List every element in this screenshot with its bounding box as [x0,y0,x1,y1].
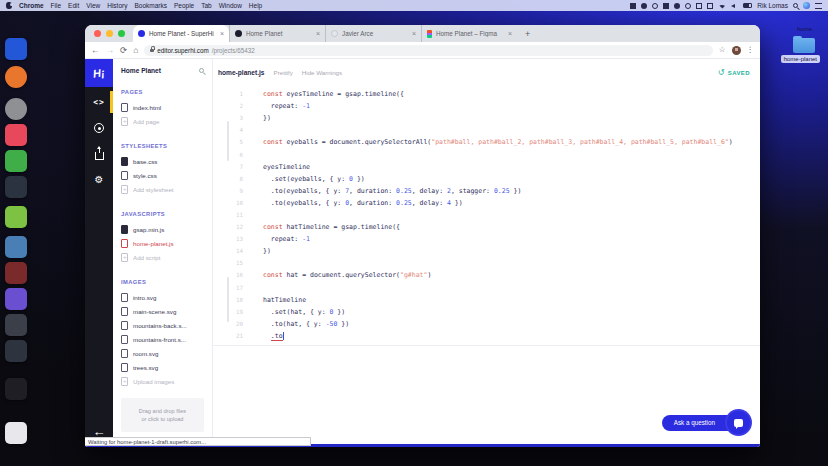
forward-button[interactable]: → [106,46,115,55]
code-line-5[interactable]: 5const eyeballs = document.querySelector… [213,136,760,148]
dock-icon-dark-app[interactable] [5,176,27,198]
file-item-index.html[interactable]: index.html [121,100,212,114]
clock-icon[interactable] [652,3,658,9]
back-button[interactable]: ← [91,46,100,55]
settings-tab[interactable]: ⚙ [85,169,113,191]
superhi-logo[interactable]: H¡ [85,59,113,87]
code-area[interactable]: 1const eyesTimeline = gsap.timeline({2 r… [213,88,760,342]
code-line-13[interactable]: 13 repeat: -1 [213,233,760,245]
code-line-4[interactable]: 4 [213,124,760,136]
minimize-window-button[interactable] [106,30,113,37]
dock-icon-letter-app[interactable] [5,378,27,400]
notification-center-icon[interactable] [815,3,822,9]
battery-icon[interactable] [743,3,752,8]
dock-icon-chat-app[interactable] [5,98,27,120]
tab-close-icon[interactable]: × [220,30,224,37]
code-line-14[interactable]: 14}) [213,245,760,257]
code-line-18[interactable]: 18hatTimeline [213,294,760,306]
desktop-folder-icon[interactable] [793,38,815,53]
code-line-8[interactable]: 8 .set(eyeballs, { y: 0 }) [213,173,760,185]
menu-people[interactable]: People [174,2,194,9]
code-line-15[interactable]: 15 [213,257,760,269]
code-view-tab[interactable]: <> [85,91,113,113]
code-line-3[interactable]: 3}) [213,112,760,124]
reload-button[interactable]: ⟳ [120,46,127,55]
menu-edit[interactable]: Edit [68,2,79,9]
camera-icon[interactable] [674,3,680,9]
menu-history[interactable]: History [107,2,127,9]
menu-chrome[interactable]: Chrome [19,2,44,9]
file-dropzone[interactable]: Drag and drop files or click to upload [121,398,204,432]
address-bar[interactable]: editor.superhi.com/projects/65432 [144,45,713,56]
file-item-base.css[interactable]: base.css [121,154,212,168]
add-button-images[interactable]: Upload images [121,374,212,388]
menu-help[interactable]: Help [249,2,262,9]
code-line-6[interactable]: 6 [213,148,760,160]
menu-tab[interactable]: Tab [201,2,211,9]
dock-icon-trash-cup[interactable] [5,422,27,444]
code-line-20[interactable]: 20 .to(hat, { y: -50 }) [213,318,760,330]
file-item-gsap.min.js[interactable]: gsap.min.js [121,222,212,236]
siri-icon[interactable] [803,2,810,9]
desktop-folder-label-selected[interactable]: home-planet [781,55,820,63]
dock-icon-firefox-browser[interactable] [5,66,27,88]
tab-close-icon[interactable]: × [316,30,320,37]
code-line-2[interactable]: 2 repeat: -1 [213,100,760,112]
code-line-11[interactable]: 11 [213,209,760,221]
window-icon[interactable] [630,3,636,9]
chat-launcher-button[interactable] [727,411,750,434]
dock-icon-photo-thumbnail[interactable] [5,236,27,258]
browser-tab[interactable]: Javier Arce× [325,25,421,42]
shield-icon[interactable] [663,3,669,9]
dock-icon-slate-app[interactable] [5,314,27,336]
dock-icon-blue-app[interactable] [5,38,27,60]
dock-icon-slate-app-2[interactable] [5,340,27,362]
file-item-home-planet.js[interactable]: home-planet.js [121,236,212,250]
menu-window[interactable]: Window [219,2,242,9]
code-line-1[interactable]: 1const eyesTimeline = gsap.timeline({ [213,88,760,100]
prettify-button[interactable]: Prettify [274,69,293,76]
dock-icon-green-app[interactable] [5,150,27,172]
code-line-21[interactable]: 21 .to [213,330,760,342]
zoom-window-button[interactable] [118,30,125,37]
publish-tab[interactable] [85,143,113,165]
dock-icon-android-app[interactable] [5,206,27,228]
menu-view[interactable]: View [86,2,100,9]
add-button-stylesheets[interactable]: Add stylesheet [121,182,212,196]
display-icon[interactable] [707,3,713,9]
browser-tab[interactable]: Home Planet - SuperHi× [133,25,229,42]
preview-tab[interactable] [85,117,113,139]
menu-bookmarks[interactable]: Bookmarks [134,2,167,9]
code-line-16[interactable]: 16const hat = document.querySelector("g#… [213,269,760,281]
dock-icon-music-app[interactable] [5,124,27,146]
tab-close-icon[interactable]: × [508,30,512,37]
record-icon[interactable] [641,3,647,9]
user-menu[interactable]: Rik Lomas [757,2,788,9]
dock-icon-maroon-app[interactable] [5,262,27,284]
code-line-10[interactable]: 10 .to(eyeballs, { y: 0, duration: 0.25,… [213,197,760,209]
close-window-button[interactable] [94,30,101,37]
bookmark-star-icon[interactable]: ☆ [719,46,726,54]
apple-menu-icon[interactable] [6,2,12,9]
wifi-icon[interactable] [718,3,726,9]
spotlight-search-icon[interactable] [793,3,798,8]
file-item-mountains-back.s...[interactable]: mountains-back.s... [121,318,212,332]
time-machine-icon[interactable] [685,3,691,9]
add-button-pages[interactable]: Add page [121,114,212,128]
code-line-17[interactable]: 17 [213,282,760,294]
add-button-javascripts[interactable]: Add script [121,250,212,264]
code-line-9[interactable]: 9 .to(eyeballs, { y: 7, duration: 0.25, … [213,185,760,197]
dock-icon-purple-app[interactable] [5,288,27,310]
browser-tab[interactable]: Home Planet – Figma× [421,25,517,42]
code-line-7[interactable]: 7eyesTimeline [213,161,760,173]
code-line-12[interactable]: 12const hatTimeline = gsap.timeline({ [213,221,760,233]
file-item-intro.svg[interactable]: intro.svg [121,290,212,304]
browser-menu-icon[interactable]: ⋮ [747,46,755,54]
bluetooth-icon[interactable] [696,3,702,9]
code-line-19[interactable]: 19 .set(hat, { y: 0 }) [213,306,760,318]
volume-icon[interactable] [731,3,738,9]
file-item-room.svg[interactable]: room.svg [121,346,212,360]
tab-close-icon[interactable]: × [412,30,416,37]
new-tab-button[interactable]: + [517,29,538,42]
file-item-style.css[interactable]: style.css [121,168,212,182]
